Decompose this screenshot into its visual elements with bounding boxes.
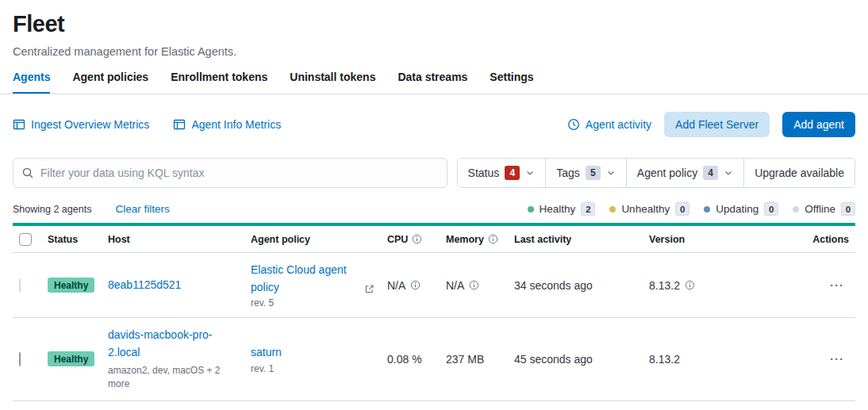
chevron-down-icon [724, 168, 733, 178]
chevron-down-icon [606, 168, 616, 178]
policy-revision: rev. 1 [251, 363, 374, 374]
agent-policy-link[interactable]: Elastic Cloud agent policy [251, 262, 361, 296]
header-version: Version [643, 234, 800, 245]
header-memory: Memory [440, 234, 508, 245]
last-activity-value: 34 seconds ago [508, 279, 643, 292]
legend-offline: Offline 0 [793, 202, 855, 216]
tab-uninstall-tokens[interactable]: Uninstall tokens [290, 71, 375, 94]
filter-status-count-badge: 4 [505, 166, 520, 180]
page-header: Fleet Centralized management for Elastic… [0, 11, 868, 58]
memory-value: N/A [446, 279, 464, 292]
info-icon[interactable] [469, 280, 479, 290]
updating-dot-icon [704, 206, 710, 213]
legend-unhealthy-count: 0 [675, 202, 689, 216]
info-icon[interactable] [488, 234, 498, 244]
table-header-row: Status Host Agent policy CPU Memory Last… [13, 226, 855, 253]
filter-upgrade-available[interactable]: Upgrade available [743, 159, 855, 187]
info-icon[interactable] [685, 280, 695, 290]
summary-bar: Showing 2 agents Clear filters Healthy 2… [13, 202, 855, 216]
filter-tags-label: Tags [556, 167, 580, 179]
filter-tags[interactable]: Tags 5 [545, 159, 626, 187]
legend-healthy-label: Healthy [540, 203, 576, 215]
offline-dot-icon [793, 206, 799, 213]
add-fleet-server-button[interactable]: Add Fleet Server [664, 112, 770, 137]
tab-bar: Agents Agent policies Enrollment tokens … [0, 71, 868, 94]
cpu-value: 0.08 % [381, 353, 440, 366]
header-last-activity: Last activity [508, 234, 643, 245]
tab-agents[interactable]: Agents [13, 71, 50, 94]
info-icon[interactable] [412, 234, 422, 244]
ingest-overview-metrics-link[interactable]: Ingest Overview Metrics [13, 118, 149, 131]
clear-filters-link[interactable]: Clear filters [115, 203, 169, 215]
filter-upgrade-available-label: Upgrade available [755, 167, 844, 179]
filter-agent-policy-label: Agent policy [637, 167, 697, 179]
toolbar: Ingest Overview Metrics Agent Info Metri… [13, 112, 855, 137]
search-icon [21, 167, 34, 179]
metrics-table-icon [173, 118, 186, 131]
metrics-table-icon [13, 118, 25, 131]
row-checkbox[interactable] [19, 352, 21, 366]
version-value: 8.13.2 [643, 353, 800, 366]
select-all-checkbox[interactable] [19, 233, 32, 246]
row-checkbox [19, 278, 21, 293]
legend-healthy: Healthy 2 [528, 202, 596, 216]
external-link-icon [364, 284, 374, 294]
tab-data-streams[interactable]: Data streams [398, 71, 467, 94]
unhealthy-dot-icon [609, 206, 616, 213]
legend-updating: Updating 0 [704, 202, 778, 216]
filter-agent-policy-count-badge: 4 [703, 166, 718, 180]
host-link[interactable]: davids-macbook-pro-2.local [108, 327, 227, 361]
last-activity-value: 45 seconds ago [508, 353, 643, 366]
agent-info-metrics-link[interactable]: Agent Info Metrics [173, 118, 281, 131]
row-actions-button[interactable]: ··· [825, 351, 849, 367]
header-cpu-label: CPU [387, 234, 408, 245]
row-actions-button[interactable]: ··· [825, 277, 849, 293]
header-status: Status [41, 234, 102, 245]
version-value: 8.13.2 [649, 279, 680, 292]
filter-status[interactable]: Status 4 [458, 159, 546, 187]
legend-offline-label: Offline [805, 203, 835, 215]
filter-tags-count-badge: 5 [586, 166, 601, 180]
legend-offline-count: 0 [841, 202, 855, 216]
agent-activity-label: Agent activity [586, 118, 651, 131]
table-row: Healthy 8eab1125d521 Elastic Cloud agent… [13, 253, 855, 318]
filter-bar: Status 4 Tags 5 Agent policy 4 Upgrade a… [13, 158, 855, 188]
header-agent-policy: Agent policy [244, 234, 381, 245]
cpu-value: N/A [387, 279, 405, 292]
filter-group: Status 4 Tags 5 Agent policy 4 Upgrade a… [457, 158, 855, 188]
header-host: Host [102, 234, 244, 245]
header-memory-label: Memory [446, 234, 484, 245]
kql-search-input[interactable] [13, 158, 447, 188]
healthy-dot-icon [528, 206, 534, 213]
legend-updating-label: Updating [716, 203, 759, 215]
tab-enrollment-tokens[interactable]: Enrollment tokens [171, 71, 267, 94]
agent-activity-link[interactable]: Agent activity [567, 118, 651, 131]
status-legend: Healthy 2 Unhealthy 0 Updating 0 Offline… [528, 202, 855, 216]
tab-agent-policies[interactable]: Agent policies [72, 71, 148, 94]
status-badge: Healthy [48, 278, 94, 293]
agents-table: Status Host Agent policy CPU Memory Last… [13, 226, 855, 401]
clock-icon [567, 118, 580, 131]
header-actions: Actions [800, 234, 855, 245]
legend-unhealthy-label: Unhealthy [621, 203, 670, 215]
policy-revision: rev. 5 [251, 297, 374, 308]
tab-settings[interactable]: Settings [490, 71, 533, 94]
page-title: Fleet [13, 11, 855, 37]
showing-count: Showing 2 agents [13, 204, 91, 215]
legend-healthy-count: 2 [581, 202, 595, 216]
chevron-down-icon [525, 168, 535, 178]
status-badge: Healthy [48, 351, 94, 366]
host-link[interactable]: 8eab1125d521 [108, 278, 181, 291]
filter-status-label: Status [468, 167, 500, 179]
agent-info-metrics-label: Agent Info Metrics [191, 118, 281, 131]
host-tags: amazon2, dev, macOS + 2 more [108, 364, 227, 392]
agent-policy-link[interactable]: saturn [251, 344, 282, 362]
info-icon[interactable] [410, 280, 421, 290]
header-cpu: CPU [381, 234, 440, 245]
search-box [13, 158, 447, 188]
page-subtitle: Centralized management for Elastic Agent… [13, 45, 855, 58]
ingest-overview-metrics-label: Ingest Overview Metrics [31, 118, 149, 131]
add-agent-button[interactable]: Add agent [782, 112, 855, 137]
memory-value: 237 MB [440, 353, 508, 366]
filter-agent-policy[interactable]: Agent policy 4 [626, 159, 743, 187]
